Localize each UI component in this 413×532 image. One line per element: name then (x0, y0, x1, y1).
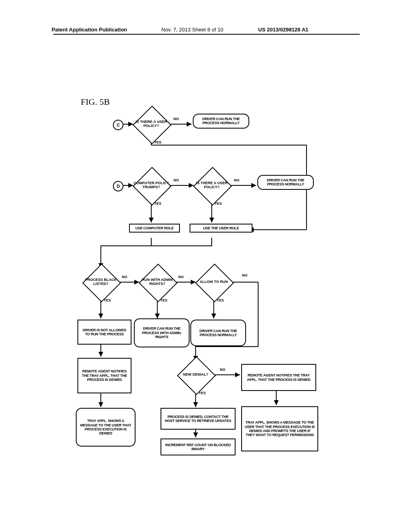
connector-d: D (113, 181, 123, 191)
label-no: NO (173, 178, 179, 182)
process-use-user-role: USE THE USER ROLE (190, 224, 252, 233)
terminal-tray-denied: TRAY APPL. SHOWS A MESSAGE TO THE USER T… (76, 408, 136, 447)
label-no: NO (173, 117, 179, 121)
process-not-allowed: DRIVER IS NOT ALLOWED TO RUN THE PROCESS (77, 320, 131, 345)
label-yes: YES (215, 202, 222, 206)
decision-computer-policy-trumps: COMPUTER POLICY TRUMPS? (133, 171, 169, 200)
decision-admin-rights: RUN WITH ADMIN RIGHTS? (139, 268, 175, 296)
terminal-run-normally-1: DRIVER CAN RUN THE PROCESS NORMALLY (193, 114, 249, 129)
terminal-run-admin: DRIVER CAN RUN THE PROCESS WITH ADMIN. R… (134, 318, 190, 347)
connector-c: C (113, 120, 123, 130)
header-mid: Nov. 7, 2013 Sheet 8 of 10 (161, 27, 223, 33)
process-increment-ref: INCREMENT REF COUNT ON BLOCKED BINARY (161, 438, 236, 455)
process-use-computer-role: USE COMPUTER ROLE (129, 224, 180, 233)
decision-new-denial: NEW DENIAL? (177, 361, 214, 389)
label-yes: YES (154, 202, 161, 206)
figure-title: FIG. 5B (81, 97, 110, 107)
label-no: NO (220, 368, 225, 372)
header-rule (53, 34, 360, 35)
label-no: NO (178, 275, 184, 279)
process-remote-agent-notify-right: REMOTE AGENT NOTIFIES THE TRAY APPL. THA… (241, 364, 316, 391)
label-yes: YES (217, 298, 224, 302)
decision-user-policy-2: IS THERE A USER POLICY? (194, 171, 230, 200)
decision-black-listed: PROCESS BLACK LISTED? (83, 268, 119, 296)
header-left: Patent Application Publication (52, 27, 127, 33)
terminal-run-normally-3: DRIVER CAN RUN THE PROCESS NORMALLY (190, 320, 246, 346)
patent-header: Patent Application Publication Nov. 7, 2… (0, 34, 413, 35)
decision-allow-to-run: ALLOW TO RUN (196, 268, 232, 296)
label-yes: YES (160, 298, 167, 302)
label-no: NO (242, 273, 248, 277)
label-no: NO (234, 178, 240, 182)
process-remote-agent-notify-left: REMOTE AGENT NOTIFIES THE TRAY APPL. THA… (77, 358, 131, 393)
terminal-run-normally-2: DRIVER CAN RUN THE PROCESS NORMALLY (257, 175, 314, 190)
label-yes: YES (104, 298, 111, 302)
process-tray-prompt: TRAY APPL. SHOWS A MESSAGE TO THE USER T… (241, 406, 318, 451)
label-no: NO (122, 275, 127, 279)
process-contact-host: PROCESS IS DENIED, CONTACT THE HOST SERV… (161, 408, 236, 430)
label-yes: YES (198, 391, 206, 395)
decision-user-policy-1: IS THERE A USER POLICY? (133, 110, 169, 138)
header-right: US 2013/0298128 A1 (258, 27, 309, 33)
label-yes: YES (154, 140, 161, 144)
